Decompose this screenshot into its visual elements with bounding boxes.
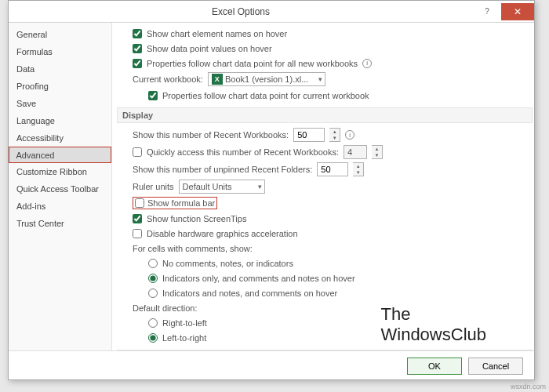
highlight-formula-bar: Show formula bar — [133, 197, 217, 209]
lbl-ruler: Ruler units — [133, 182, 174, 191]
sidebar-item-language[interactable]: Language — [9, 112, 111, 129]
spinner-quick-access: ▲▼ — [372, 145, 383, 159]
lbl-comments: For cells with comments, show: — [133, 244, 253, 253]
combo-ruler-value: Default Units — [183, 182, 232, 191]
lbl-ltr: Left-to-right — [162, 333, 206, 343]
titlebar: Excel Options ? ✕ — [9, 1, 534, 23]
lbl-props-new: Properties follow chart data point for a… — [147, 59, 358, 68]
spinner-recent-wb[interactable]: ▲▼ — [329, 128, 340, 142]
chk-chart-names[interactable] — [133, 29, 142, 38]
corner-watermark: wsxdn.com — [511, 383, 546, 390]
sidebar-item-general[interactable]: General — [9, 26, 111, 43]
radio-rtl[interactable] — [148, 318, 158, 328]
spinner-recent-folders[interactable]: ▲▼ — [353, 162, 364, 176]
lbl-props-current: Properties follow chart data point for c… — [162, 91, 369, 100]
ok-button[interactable]: OK — [407, 358, 462, 375]
window-title: Excel Options — [9, 6, 473, 17]
lbl-chart-names: Show chart element names on hover — [147, 29, 287, 38]
radio-comments-none[interactable] — [148, 259, 158, 268]
combo-current-workbook[interactable]: X Book1 (version 1).xl... — [208, 72, 325, 86]
section-display: Display — [117, 107, 533, 123]
radio-comments-all[interactable] — [148, 289, 158, 298]
sidebar-item-save[interactable]: Save — [9, 95, 111, 112]
sidebar-item-trust-center[interactable]: Trust Center — [9, 215, 111, 232]
chk-disable-hw[interactable] — [133, 229, 142, 238]
window-controls: ? ✕ — [473, 3, 534, 20]
sidebar-item-accessibility[interactable]: Accessibility — [9, 129, 111, 147]
lbl-screentips: Show function ScreenTips — [147, 214, 246, 223]
dialog-footer: OK Cancel — [9, 350, 534, 380]
lbl-current-wb: Current workbook: — [133, 74, 203, 84]
chk-quick-access[interactable] — [133, 147, 142, 157]
lbl-rtl: Right-to-left — [162, 318, 207, 328]
sidebar-item-customize-ribbon[interactable]: Customize Ribbon — [9, 163, 111, 180]
sidebar-item-formulas[interactable]: Formulas — [9, 43, 111, 60]
sidebar-item-data[interactable]: Data — [9, 60, 111, 78]
lbl-comments-none: No comments, notes, or indicators — [162, 259, 293, 268]
radio-ltr[interactable] — [148, 333, 158, 343]
excel-icon: X — [212, 74, 223, 85]
combo-ruler-units[interactable]: Default Units — [179, 180, 265, 194]
lbl-disable-hw: Disable hardware graphics acceleration — [147, 229, 298, 238]
chk-props-new[interactable] — [133, 59, 142, 68]
input-quick-access — [344, 145, 367, 159]
combo-current-workbook-value: Book1 (version 1).xl... — [225, 74, 308, 84]
section-display-workbook: Display options for this workbook: X Boo… — [117, 350, 533, 350]
info-icon[interactable]: i — [362, 59, 372, 68]
lbl-comments-all: Indicators and notes, and comments on ho… — [162, 289, 337, 298]
close-button[interactable]: ✕ — [501, 3, 534, 20]
sidebar-item-addins[interactable]: Add-ins — [9, 198, 111, 215]
lbl-recent-wb: Show this number of Recent Workbooks: — [133, 130, 289, 140]
lbl-quick-access: Quickly access this number of Recent Wor… — [147, 147, 339, 157]
chk-screentips[interactable] — [133, 214, 142, 223]
excel-options-dialog: Excel Options ? ✕ General Formulas Data … — [8, 0, 535, 380]
category-sidebar: General Formulas Data Proofing Save Lang… — [9, 23, 112, 350]
help-button[interactable]: ? — [473, 3, 501, 20]
sidebar-item-advanced[interactable]: Advanced — [9, 147, 111, 163]
lbl-direction: Default direction: — [133, 303, 198, 313]
input-recent-wb[interactable] — [293, 128, 325, 142]
chk-formula-bar[interactable] — [135, 198, 144, 208]
chk-props-current[interactable] — [148, 91, 158, 100]
input-recent-folders[interactable] — [317, 162, 348, 176]
sidebar-item-proofing[interactable]: Proofing — [9, 78, 111, 95]
lbl-recent-folders: Show this number of unpinned Recent Fold… — [133, 165, 312, 174]
radio-comments-ind[interactable] — [148, 274, 158, 283]
sidebar-item-qat[interactable]: Quick Access Toolbar — [9, 180, 111, 198]
lbl-chart-values: Show data point values on hover — [147, 44, 272, 53]
lbl-comments-ind: Indicators only, and comments and notes … — [162, 274, 355, 283]
lbl-formula-bar: Show formula bar — [147, 198, 215, 208]
info-icon[interactable]: i — [345, 130, 354, 140]
cancel-button[interactable]: Cancel — [468, 358, 523, 375]
options-panel[interactable]: Show chart element names on hover Show d… — [112, 23, 534, 350]
chk-chart-values[interactable] — [133, 44, 142, 53]
